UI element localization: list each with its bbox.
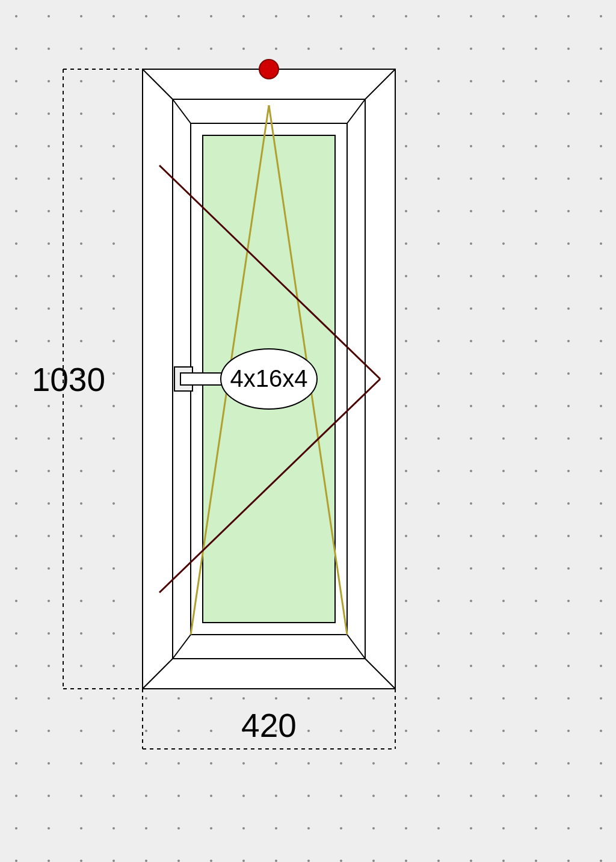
window-diagram: 4x16x4 1030 420 — [0, 0, 616, 862]
top-marker-icon — [259, 60, 279, 79]
dim-height-value: 1030 — [32, 361, 105, 398]
dim-width-value: 420 — [241, 707, 297, 744]
glazing-spec-label: 4x16x4 — [230, 365, 308, 392]
svg-rect-10 — [180, 373, 223, 385]
